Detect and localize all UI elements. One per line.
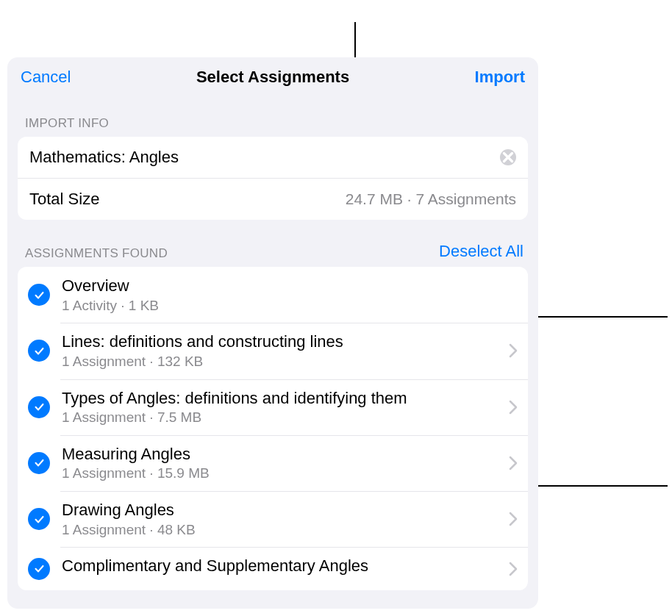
checkmark-icon[interactable] — [28, 284, 50, 306]
chevron-right-icon — [509, 400, 518, 415]
assignment-body: Complimentary and Supplementary Angles1 … — [62, 556, 503, 581]
assignment-row[interactable]: Measuring Angles1 Assignment · 15.9 MB — [18, 435, 528, 491]
chevron-right-icon — [509, 512, 518, 526]
checkmark-icon[interactable] — [28, 452, 50, 474]
assignment-title: Types of Angles: definitions and identif… — [62, 388, 503, 409]
assignment-row[interactable]: Types of Angles: definitions and identif… — [18, 379, 528, 435]
assignment-body: Drawing Angles1 Assignment · 48 KB — [62, 500, 503, 538]
checkmark-icon[interactable] — [28, 558, 50, 580]
section-label: ASSIGNMENTS FOUND — [25, 246, 168, 261]
assignment-title: Measuring Angles — [62, 444, 503, 465]
assignment-subtitle: 1 Activity · 1 KB — [62, 297, 518, 315]
import-name-input[interactable] — [29, 148, 494, 167]
chevron-right-icon — [509, 343, 518, 358]
assignment-row[interactable]: Lines: definitions and constructing line… — [18, 323, 528, 379]
assignment-title: Lines: definitions and constructing line… — [62, 332, 503, 352]
assignment-subtitle: 1 Assignment · 7.5 MB — [62, 409, 503, 426]
clear-icon[interactable] — [500, 149, 516, 165]
checkmark-icon[interactable] — [28, 508, 50, 530]
assignments-card: Overview1 Activity · 1 KBLines: definiti… — [18, 267, 528, 590]
total-size-value: 24.7 MB · 7 Assignments — [346, 190, 516, 208]
select-assignments-modal: Cancel Select Assignments Import IMPORT … — [7, 57, 538, 609]
section-label: IMPORT INFO — [25, 116, 109, 131]
assignment-row[interactable]: Drawing Angles1 Assignment · 48 KB — [18, 491, 528, 547]
assignment-subtitle: 1 Assignment · 48 KB — [62, 521, 503, 539]
navbar: Cancel Select Assignments Import — [7, 57, 538, 94]
assignment-row[interactable]: Overview1 Activity · 1 KB — [18, 267, 528, 323]
import-button[interactable]: Import — [475, 68, 525, 87]
total-size-row: Total Size 24.7 MB · 7 Assignments — [18, 178, 528, 220]
chevron-right-icon — [509, 562, 518, 576]
checkmark-icon[interactable] — [28, 340, 50, 362]
page-title: Select Assignments — [196, 68, 349, 87]
assignment-subtitle: 1 Assignment · 15.9 MB — [62, 465, 503, 482]
cancel-button[interactable]: Cancel — [21, 68, 71, 87]
assignment-title: Complimentary and Supplementary Angles — [62, 556, 503, 576]
assignment-body: Overview1 Activity · 1 KB — [62, 276, 518, 314]
assignment-subtitle: 1 Assignment · 132 KB — [62, 353, 503, 370]
assignment-row[interactable]: Complimentary and Supplementary Angles1 … — [18, 547, 528, 590]
assignment-body: Lines: definitions and constructing line… — [62, 332, 503, 370]
assignment-title: Overview — [62, 276, 518, 296]
checkmark-icon[interactable] — [28, 396, 50, 418]
import-name-row — [18, 137, 528, 178]
import-info-header: IMPORT INFO — [18, 94, 528, 137]
total-size-label: Total Size — [29, 190, 99, 209]
chevron-right-icon — [509, 456, 518, 470]
import-info-card: Total Size 24.7 MB · 7 Assignments — [18, 137, 528, 220]
assignment-title: Drawing Angles — [62, 500, 503, 520]
assignment-body: Measuring Angles1 Assignment · 15.9 MB — [62, 444, 503, 482]
assignment-body: Types of Angles: definitions and identif… — [62, 388, 503, 426]
deselect-all-button[interactable]: Deselect All — [439, 242, 523, 261]
assignments-header: ASSIGNMENTS FOUND Deselect All — [18, 220, 528, 267]
